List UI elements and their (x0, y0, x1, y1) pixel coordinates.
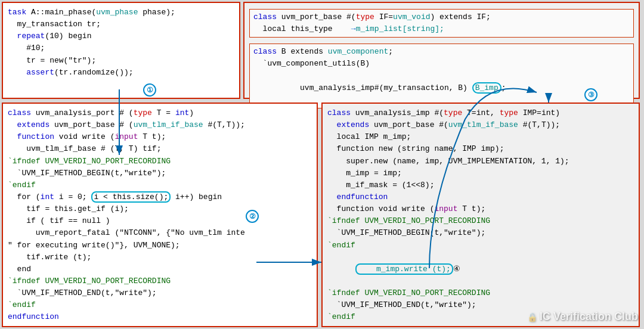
code-line: class uvm_analysis_imp #(type T=int, typ… (327, 107, 634, 119)
circle-3: ③ (584, 88, 597, 101)
code-line: `uvm_component_utils(B) (253, 58, 630, 70)
code-line: `endif (8, 179, 312, 191)
code-line: local IMP m_imp; (327, 131, 634, 143)
code-line: endfunction (327, 191, 634, 203)
code-line: `endif (327, 240, 634, 252)
code-line: `ifndef UVM_VERDI_NO_PORT_RECORDING (327, 287, 634, 299)
code-line: m_imp = imp; (327, 167, 634, 179)
box-top-right: class uvm_port_base #(type IF=uvm_void) … (243, 2, 640, 99)
code-line: function void write (input T t); (327, 203, 634, 215)
code-line: endfunction (8, 311, 312, 323)
code-line: class uvm_port_base #(type IF=uvm_void) … (253, 11, 630, 23)
box-top-left: task A::main_phase(uvm_phase phase); my_… (2, 2, 240, 99)
code-line: repeat(10) begin (8, 30, 234, 42)
code-line: uvm_report_fatal ("NTCONN", {"No uvm_tlm… (8, 227, 312, 239)
circle-2: ② (246, 210, 259, 223)
code-line: uvm_analysis_imp#(my_transaction, B) B_i… (253, 70, 630, 106)
code-line: tif.write (t); (8, 252, 312, 263)
code-line: class uvm_analysis_port # (type T = int) (8, 107, 312, 119)
code-line: `ifndef UVM_VERDI_NO_PORT_RECORDING (8, 275, 312, 287)
code-line: uvm_tlm_if_base # (T, T) tif; (8, 143, 312, 155)
inner-box-2: class B extends uvm_component; `uvm_comp… (249, 44, 634, 108)
code-line: end (8, 263, 312, 275)
code-line: tr = new("tr"); (8, 55, 234, 67)
code-line: function new (string name, IMP imp); (327, 143, 634, 155)
code-line: `ifndef UVM_VERDI_NO_PORT_RECORDING (8, 156, 312, 167)
main-container: task A::main_phase(uvm_phase phase); my_… (0, 0, 644, 329)
code-line: m_if_mask = (1<<8); (327, 179, 634, 191)
code-line: #10; (8, 42, 234, 54)
code-line: `ifndef UVM_VERDI_NO_PORT_RECORDING (327, 215, 634, 227)
code-line: for (int i = 0; i < this.size(); i++) be… (8, 191, 312, 203)
code-line: function void write (input T t); (8, 131, 312, 143)
code-line: `UVM_IF_METHOD_BEGIN(t,"write"); (8, 167, 312, 179)
watermark: 🔒 IC Verification Club (527, 311, 638, 323)
code-line: extends uvm_port_base #(uvm_tlm_if_base … (327, 119, 634, 131)
code-line: `UVM_IF_METHOD_END(t,"write"); (8, 287, 312, 299)
code-line: local this_type →m_imp_list[string]; (253, 23, 630, 35)
circle-1: ① (143, 83, 156, 97)
box-bottom-right: class uvm_analysis_imp #(type T=int, typ… (321, 103, 640, 327)
box-bottom-left: class uvm_analysis_port # (type T = int)… (2, 103, 318, 327)
code-line: if ( tif == null ) (8, 215, 312, 227)
code-line: " for executing write()"}, UVM_NONE); (8, 240, 312, 252)
code-line: super.new (name, imp, UVM_IMPLEMENTATION… (327, 156, 634, 167)
code-line: m_imp.write (t);④ (327, 252, 634, 287)
code-line: `UVM_IF_METHOD_END(t,"write"); (327, 299, 634, 311)
code-line: tif = this.get_if (i); (8, 203, 312, 215)
code-line: task A::main_phase(uvm_phase phase); (8, 7, 234, 18)
inner-box-1: class uvm_port_base #(type IF=uvm_void) … (249, 9, 634, 38)
code-line: extends uvm_port_base # (uvm_tlm_if_base… (8, 119, 312, 131)
code-line: class B extends uvm_component; (253, 46, 630, 58)
code-line: my_transaction tr; (8, 18, 234, 30)
code-line: assert(tr.randomize()); (8, 67, 234, 79)
code-line: `UVM_IF_METHOD_BEGIN(t,"write"); (327, 227, 634, 239)
code-line: endfunction (327, 324, 634, 327)
code-line: `endif (8, 299, 312, 311)
